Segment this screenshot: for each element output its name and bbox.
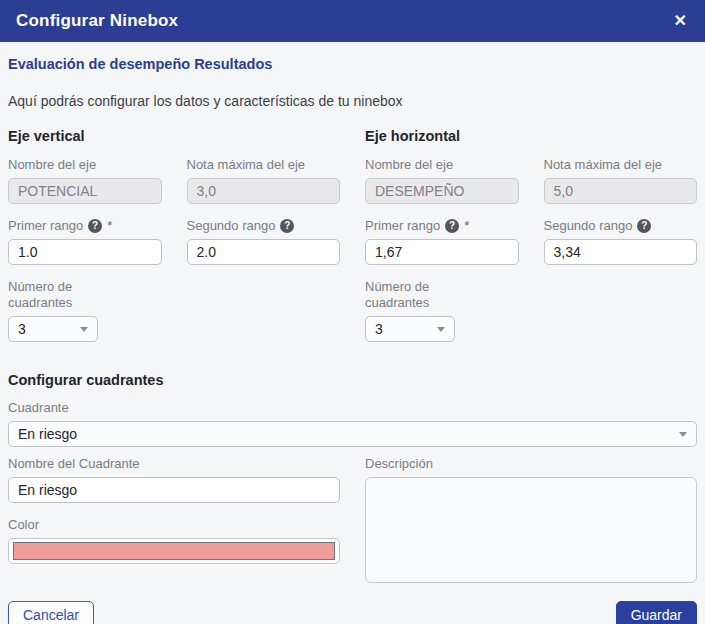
horizontal-axis-heading: Eje horizontal [365,128,697,144]
modal-description: Aquí podrás configurar los datos y carac… [8,93,697,109]
vertical-first-range-field: Primer rango ? * [8,218,162,265]
vertical-quadrants-label: Número de cuadrantes [8,279,108,311]
vertical-axis-name-field: Nombre del eje [8,157,162,204]
vertical-first-range-label: Primer rango [8,218,83,234]
required-marker: * [464,218,469,234]
quadrant-name-field: Nombre del Cuadrante [8,456,340,503]
horizontal-axis-name-input [365,178,519,204]
help-icon[interactable]: ? [637,219,651,233]
modal-header: Configurar Ninebox ✕ [0,0,705,42]
modal-body: Evaluación de desempeño Resultados Aquí … [0,42,705,601]
required-marker: * [107,218,112,234]
quadrant-color-field: Color [8,517,340,564]
horizontal-axis-max-field: Nota máxima del eje [544,157,698,204]
quadrant-field: Cuadrante En riesgo [8,400,697,447]
vertical-axis-heading: Eje vertical [8,128,340,144]
horizontal-quadrants-value: 3 [375,321,383,337]
color-swatch [13,542,335,560]
quadrant-description-field: Descripción [365,456,697,587]
axes-form: Eje vertical Eje horizontal Nombre del e… [8,128,697,356]
horizontal-axis-max-input [544,178,698,204]
vertical-axis-name-input [8,178,162,204]
quadrant-description-label: Descripción [365,456,697,472]
chevron-down-icon [80,327,88,332]
horizontal-quadrants-select[interactable]: 3 [365,316,455,342]
quadrant-label: Cuadrante [8,400,697,416]
horizontal-second-range-field: Segundo rango ? [544,218,698,265]
horizontal-axis-max-label: Nota máxima del eje [544,157,698,173]
quadrant-name-label: Nombre del Cuadrante [8,456,340,472]
vertical-first-range-input[interactable] [8,239,162,265]
save-button[interactable]: Guardar [616,601,697,624]
vertical-axis-max-field: Nota máxima del eje [187,157,341,204]
vertical-quadrants-value: 3 [18,321,26,337]
quadrant-name-input[interactable] [8,477,340,503]
vertical-second-range-input[interactable] [187,239,341,265]
close-icon[interactable]: ✕ [672,9,689,33]
chevron-down-icon [437,327,445,332]
quadrant-select-value: En riesgo [18,426,77,442]
vertical-axis-name-label: Nombre del eje [8,157,162,173]
horizontal-second-range-input[interactable] [544,239,698,265]
vertical-quadrants-field: Número de cuadrantes 3 [8,279,340,342]
vertical-axis-max-input [187,178,341,204]
vertical-second-range-label: Segundo rango [187,218,276,234]
horizontal-quadrants-field: Número de cuadrantes 3 [365,279,697,342]
help-icon[interactable]: ? [88,219,102,233]
horizontal-first-range-input[interactable] [365,239,519,265]
quadrant-right-column: Descripción [365,456,697,601]
modal-footer: Cancelar Guardar [0,601,705,624]
evaluation-subtitle: Evaluación de desempeño Resultados [8,56,697,72]
horizontal-second-range-label: Segundo rango [544,218,633,234]
horizontal-quadrants-label: Número de cuadrantes [365,279,465,311]
help-icon[interactable]: ? [445,219,459,233]
quadrant-description-textarea[interactable] [365,477,697,583]
vertical-second-range-field: Segundo rango ? [187,218,341,265]
horizontal-first-range-field: Primer rango ? * [365,218,519,265]
horizontal-axis-name-label: Nombre del eje [365,157,519,173]
cancel-button[interactable]: Cancelar [8,601,94,624]
chevron-down-icon [679,432,687,437]
configure-ninebox-modal: Configurar Ninebox ✕ Evaluación de desem… [0,0,705,624]
horizontal-axis-name-field: Nombre del eje [365,157,519,204]
quadrant-select[interactable]: En riesgo [8,421,697,447]
quadrant-detail-form: Nombre del Cuadrante Color Descripción [8,456,697,601]
color-picker[interactable] [8,538,340,564]
configure-quadrants-heading: Configurar cuadrantes [8,372,697,388]
vertical-quadrants-select[interactable]: 3 [8,316,98,342]
quadrant-left-column: Nombre del Cuadrante Color [8,456,340,601]
quadrant-color-label: Color [8,517,340,533]
horizontal-first-range-label: Primer rango [365,218,440,234]
modal-title: Configurar Ninebox [16,11,178,31]
help-icon[interactable]: ? [280,219,294,233]
vertical-axis-max-label: Nota máxima del eje [187,157,341,173]
